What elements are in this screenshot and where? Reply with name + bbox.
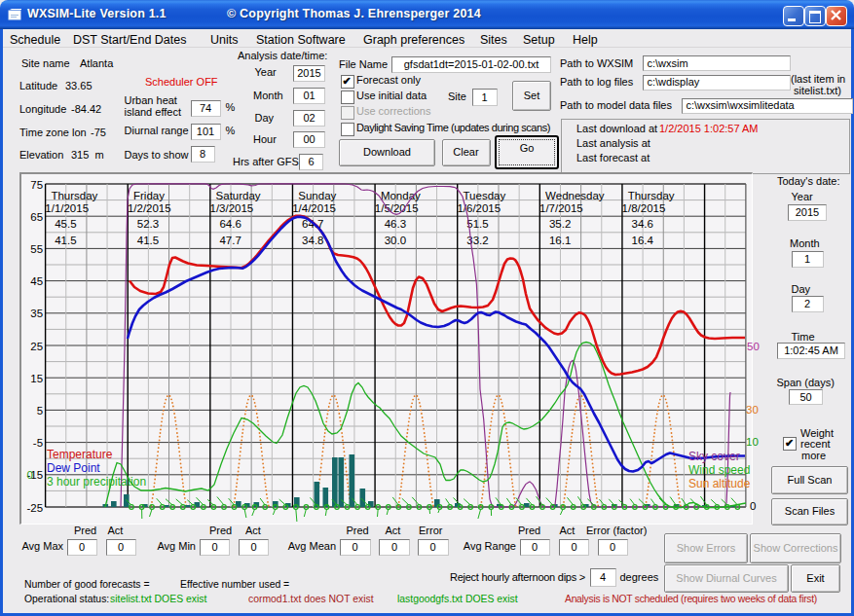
svg-text:Wind speed: Wind speed [688, 463, 750, 477]
svg-text:47.7: 47.7 [219, 235, 241, 246]
svg-text:75: 75 [30, 179, 43, 191]
svg-text:Dew Point: Dew Point [47, 461, 100, 475]
svg-text:Tuesday: Tuesday [464, 190, 506, 201]
svg-text:3 hour precipitation: 3 hour precipitation [47, 475, 146, 489]
svg-text:50: 50 [747, 341, 760, 352]
svg-text:1/2/2015: 1/2/2015 [128, 202, 171, 214]
svg-text:Sunday: Sunday [298, 190, 336, 201]
svg-text:1/7/2015: 1/7/2015 [539, 202, 583, 214]
svg-text:35.2: 35.2 [549, 218, 571, 230]
svg-text:41.5: 41.5 [55, 235, 76, 246]
svg-text:52.3: 52.3 [137, 218, 159, 230]
svg-text:Thursday: Thursday [51, 190, 97, 201]
svg-text:5: 5 [37, 405, 43, 417]
svg-text:65: 65 [30, 211, 43, 223]
svg-text:-5: -5 [33, 437, 43, 449]
svg-text:Saturday: Saturday [216, 190, 261, 201]
svg-text:45.5: 45.5 [55, 218, 76, 230]
svg-text:30.0: 30.0 [385, 235, 406, 246]
svg-text:41.5: 41.5 [137, 235, 159, 246]
svg-text:1/3/2015: 1/3/2015 [210, 202, 254, 214]
svg-text:16.4: 16.4 [632, 235, 654, 246]
svg-text:10: 10 [746, 436, 759, 448]
svg-text:34.6: 34.6 [632, 218, 653, 230]
svg-text:Monday: Monday [381, 190, 421, 201]
svg-text:Thursday: Thursday [628, 190, 675, 201]
svg-text:25: 25 [30, 341, 43, 352]
svg-text:34.8: 34.8 [302, 235, 323, 246]
svg-text:0: 0 [27, 469, 33, 481]
svg-text:1/6/2015: 1/6/2015 [457, 202, 501, 214]
svg-text:46.3: 46.3 [385, 218, 406, 230]
svg-text:16.1: 16.1 [549, 235, 571, 246]
svg-text:45: 45 [30, 275, 43, 287]
svg-text:0: 0 [750, 500, 756, 512]
svg-text:Temperature: Temperature [47, 448, 113, 461]
svg-text:1/4/2015: 1/4/2015 [292, 202, 336, 214]
svg-text:Sky cover: Sky cover [688, 450, 740, 463]
svg-text:Sun altitude: Sun altitude [688, 477, 751, 490]
svg-text:15: 15 [30, 373, 43, 384]
svg-text:51.5: 51.5 [466, 218, 488, 230]
svg-text:35: 35 [30, 308, 43, 319]
svg-text:55: 55 [30, 243, 43, 255]
svg-text:Wednesday: Wednesday [545, 190, 605, 201]
svg-text:30: 30 [746, 404, 759, 416]
svg-text:1/5/2015: 1/5/2015 [375, 202, 419, 214]
svg-text:-25: -25 [26, 502, 43, 514]
svg-text:1/8/2015: 1/8/2015 [622, 202, 666, 214]
svg-text:Friday: Friday [133, 190, 165, 201]
svg-text:64.6: 64.6 [219, 218, 241, 230]
svg-text:1/1/2015: 1/1/2015 [45, 202, 89, 214]
